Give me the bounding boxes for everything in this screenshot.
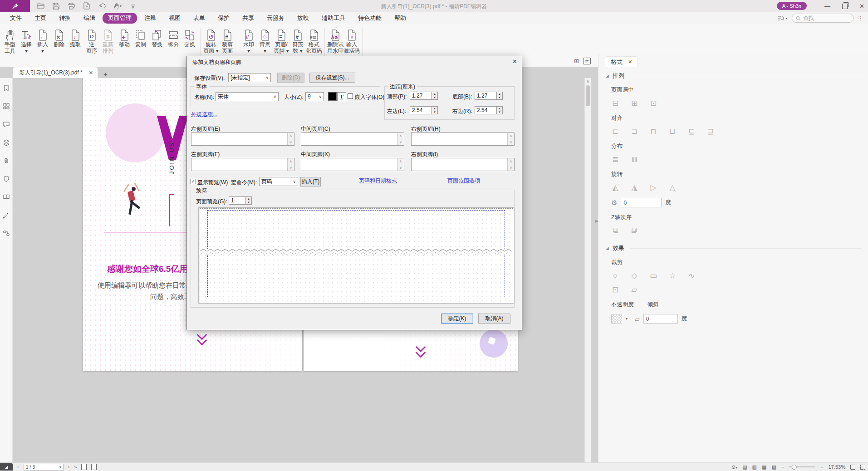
opacity-dropdown-icon[interactable]: ▾ (626, 317, 628, 321)
minimize-button[interactable]: — (824, 3, 830, 10)
appearance-options-link[interactable]: 外观选项... (191, 111, 217, 118)
hand-grab-icon[interactable]: ▾ (113, 1, 123, 10)
zoom-slider-knob[interactable] (792, 465, 797, 470)
save-settings-button[interactable]: 保存设置(S)... (309, 73, 355, 83)
margin-left-input[interactable]: 2.54 (410, 106, 432, 114)
center-horizontal-icon[interactable]: ⊞ (630, 98, 638, 108)
swap-view-icon[interactable]: ⇄ (583, 58, 591, 64)
format-tab-close-icon[interactable]: ✕ (628, 59, 632, 65)
textarea-scrollbar2[interactable]: ∧∨ (397, 133, 404, 145)
distribute-horizontal-icon[interactable]: ≣ (630, 156, 639, 164)
footer-center-input[interactable]: ∧∨ (301, 158, 404, 171)
menu-item-4[interactable]: 编辑 (78, 13, 101, 24)
ribbon-tool-activation-code[interactable]: ♀输入激活码 (344, 27, 359, 54)
embed-font-checkbox[interactable] (348, 93, 353, 99)
document-scrollbar[interactable]: ∧ (584, 78, 591, 463)
ribbon-tool-move-page[interactable]: +移动 (117, 27, 132, 48)
textarea-scrollbar[interactable]: ∧∨ (287, 133, 294, 145)
facing-page-icon[interactable]: ▦ (762, 464, 766, 470)
align-v-center-icon[interactable]: ⊑ (687, 127, 696, 136)
scrollbar-thumb[interactable] (586, 85, 590, 106)
show-preview-checkbox[interactable]: ✓ (191, 179, 196, 184)
font-name-select[interactable]: 宋体∨ (216, 92, 279, 101)
textarea-scrollbar5[interactable]: ∧∨ (397, 158, 404, 171)
menu-item-3[interactable]: 转换 (54, 13, 76, 24)
comments-icon[interactable] (3, 121, 10, 129)
margin-right-input[interactable]: 2.54 (475, 106, 497, 114)
align-left-icon[interactable]: ⊏ (611, 127, 619, 136)
ribbon-tool-rearrange-pages[interactable]: ⇅重新排列 (100, 27, 116, 54)
menu-item-1[interactable]: 文件 (5, 13, 27, 24)
menu-item-6[interactable]: 注释 (139, 13, 162, 24)
margin-bottom-spinner[interactable]: ▲▼ (497, 92, 503, 100)
ellipse-shape-icon[interactable]: ○ (611, 271, 619, 280)
panel-collapse-icon[interactable]: ▶ (595, 219, 598, 223)
ribbon-tool-delete-page[interactable]: ×删除 (51, 27, 67, 48)
customize-toolbar-icon[interactable] (128, 1, 138, 10)
diamond-shape-icon[interactable]: ◇ (630, 271, 638, 280)
ribbon-tool-header-footer[interactable]: =页眉/页脚 ▾ (274, 27, 289, 54)
articles-icon[interactable] (3, 193, 10, 202)
menu-item-12[interactable]: 放映 (292, 13, 314, 24)
prev-page-icon[interactable]: ‹ (17, 464, 19, 470)
ribbon-tool-rotate-page[interactable]: ↺旋转页面 ▾ (203, 27, 219, 54)
menu-item-10[interactable]: 共享 (237, 13, 260, 24)
page-preview-input[interactable]: 1 (229, 196, 246, 205)
next-page-icon[interactable]: › (68, 464, 70, 470)
flip-vertical-icon[interactable]: △ (668, 183, 677, 192)
fullscreen-icon[interactable] (860, 465, 865, 470)
dialog-close-icon[interactable]: ✕ (512, 58, 517, 65)
gear-icon[interactable]: ⚙ (611, 199, 617, 207)
font-color-swatch[interactable] (328, 92, 337, 101)
single-page-icon[interactable]: ▤ (742, 464, 747, 470)
restore-button[interactable] (842, 4, 848, 9)
footer-right-input[interactable]: ∧∨ (411, 158, 515, 171)
ok-button[interactable]: 确定(K) (441, 314, 473, 324)
ribbon-tool-replace-page[interactable]: 替换 (149, 27, 165, 48)
underline-button[interactable]: T (337, 92, 346, 101)
search-input[interactable]: 查找 (792, 14, 853, 23)
rotate-cw-icon[interactable]: ▷ (649, 183, 657, 192)
menu-item-15[interactable]: 帮助 (389, 13, 412, 24)
textarea-scrollbar6[interactable]: ∧∨ (507, 158, 514, 171)
ribbon-tool-watermark[interactable]: //水印 ▾ (241, 27, 256, 54)
menu-item-14[interactable]: 特色功能 (353, 13, 387, 24)
center-both-icon[interactable]: ⊡ (649, 98, 657, 108)
save-icon[interactable] (51, 1, 61, 10)
ribbon-tool-reverse-page-order[interactable]: 12逆页序 (84, 27, 99, 54)
book-view-icon[interactable]: ▧ (771, 464, 776, 470)
page-thumbnails-icon[interactable] (3, 103, 10, 111)
zoom-slider[interactable] (789, 466, 815, 467)
foxit-logo[interactable] (0, 0, 30, 12)
open-folder-icon[interactable] (35, 1, 45, 10)
ribbon-tool-hand-tool[interactable]: 手型工具 (2, 27, 18, 54)
page-preview-spinner[interactable]: ▲▼ (246, 196, 252, 205)
zoom-percentage[interactable]: 17.53% (829, 464, 845, 470)
center-vertical-icon[interactable]: ⊟ (611, 98, 619, 108)
ribbon-tool-swap-pages[interactable]: 交换 (182, 27, 197, 48)
cancel-button[interactable]: 取消(A) (478, 314, 510, 324)
align-top-icon[interactable]: ⊔ (668, 127, 677, 136)
delete-settings-button[interactable]: 删除(D) (277, 73, 304, 83)
ribbon-tool-format-page-number[interactable]: #▤格式化页码 (306, 27, 322, 54)
font-size-select[interactable]: 9∨ (305, 92, 324, 101)
rect-shape-icon[interactable]: ▭ (649, 271, 657, 280)
security-icon[interactable] (3, 175, 10, 184)
menu-item-13[interactable]: 辅助工具 (316, 13, 351, 24)
continuous-page-icon[interactable]: ▥ (752, 464, 757, 470)
view-mode-icon[interactable]: ⊙▾ (731, 464, 737, 470)
header-left-input[interactable]: ∧∨ (191, 132, 294, 146)
header-right-input[interactable]: ∧∨ (411, 132, 515, 146)
ribbon-tool-copy-page[interactable]: 复制 (133, 27, 148, 48)
destinations-icon[interactable] (3, 230, 10, 238)
parallelogram-icon[interactable]: ▱ (630, 285, 638, 294)
layers-icon[interactable] (3, 139, 10, 147)
more-options-icon[interactable]: ⋮ (858, 15, 863, 21)
new-page-icon[interactable] (82, 1, 92, 10)
bookmark-icon[interactable] (3, 84, 10, 93)
fit-page-icon[interactable] (850, 465, 855, 470)
send-backward-icon[interactable]: ⧉ (630, 226, 638, 235)
textarea-scrollbar3[interactable]: ∧∨ (507, 133, 514, 145)
menu-item-9[interactable]: 保护 (212, 13, 235, 24)
margin-top-spinner[interactable]: ▲▼ (432, 92, 438, 100)
